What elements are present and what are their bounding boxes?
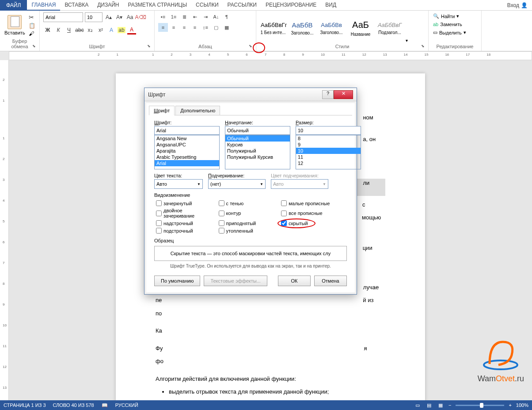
default-button[interactable]: По умолчанию	[154, 276, 200, 286]
paste-button[interactable]: Вставить	[4, 14, 26, 36]
replace-button[interactable]: abЗаменить	[432, 21, 463, 28]
clipboard-launcher-icon[interactable]: ⬊	[32, 44, 38, 49]
justify-button[interactable]: ≡	[190, 23, 200, 32]
sort-button[interactable]: A↓	[211, 12, 221, 21]
copy-icon[interactable]: 📋	[29, 23, 35, 29]
underline-button[interactable]: Ч	[65, 26, 73, 34]
font-list-item[interactable]: Arabic Typesetting	[155, 154, 219, 160]
check-sunken[interactable]: утопленный	[219, 228, 277, 234]
style-list-item[interactable]: Обычный	[225, 135, 290, 142]
size-list-item[interactable]: 8	[296, 135, 361, 142]
line-spacing-button[interactable]: ↕≡	[201, 23, 210, 32]
highlight-button[interactable]: ab	[118, 27, 125, 33]
font-color-button[interactable]: A	[127, 26, 136, 34]
change-case-button[interactable]: Aa	[125, 13, 134, 22]
borders-button[interactable]: ▦	[222, 23, 232, 32]
check-dstrike[interactable]: двойное зачеркивание	[156, 208, 214, 218]
paragraph-launcher-icon[interactable]: ⬊	[249, 44, 254, 49]
spellcheck-icon[interactable]: 📖	[101, 402, 108, 409]
style-list-item[interactable]: Курсив	[225, 142, 290, 148]
decrease-indent-button[interactable]: ⇤	[190, 12, 200, 21]
tab-design[interactable]: ДИЗАЙН	[93, 0, 123, 11]
tab-layout[interactable]: РАЗМЕТКА СТРАНИЦЫ	[124, 0, 192, 11]
dialog-tab-font[interactable]: Шрифт	[149, 106, 175, 115]
check-hidden[interactable]: скрытый	[281, 220, 345, 226]
check-outline[interactable]: контур	[219, 208, 277, 218]
tab-review[interactable]: РЕЦЕНЗИРОВАНИЕ	[261, 0, 321, 11]
align-center-button[interactable]: ≡	[169, 23, 179, 32]
grow-font-button[interactable]: A▴	[104, 13, 113, 22]
size-list-item[interactable]: 10	[296, 148, 361, 154]
style-list-item[interactable]: Полужирный Курсив	[225, 154, 290, 160]
size-list-item[interactable]: 12	[296, 160, 361, 166]
style-normal[interactable]: АаБбВвГг1 Без инте...	[260, 21, 286, 35]
show-marks-button[interactable]: ¶	[222, 12, 232, 21]
size-list-item[interactable]: 11	[296, 154, 361, 160]
dialog-close-button[interactable]: ✕	[334, 90, 353, 99]
check-shadow[interactable]: с тенью	[219, 200, 277, 206]
styles-launcher-icon[interactable]: ⬊	[421, 44, 426, 49]
font-color-combo[interactable]: Авто▼	[154, 179, 203, 189]
cut-icon[interactable]: ✂	[29, 14, 35, 21]
check-superscript[interactable]: надстрочный	[156, 220, 214, 226]
file-tab[interactable]: ФАЙЛ	[0, 0, 27, 11]
find-button[interactable]: 🔍Найти ▾	[432, 12, 460, 20]
status-language[interactable]: РУССКИЙ	[115, 402, 138, 408]
font-launcher-icon[interactable]: ⬊	[147, 44, 152, 49]
shading-button[interactable]: ▢	[211, 23, 221, 32]
dialog-titlebar[interactable]: Шрифт ? ✕	[144, 88, 357, 101]
text-effects-button[interactable]: A	[107, 26, 116, 34]
tab-home[interactable]: ГЛАВНАЯ	[27, 0, 60, 11]
font-name-input[interactable]	[154, 126, 220, 135]
check-strike[interactable]: зачеркнутый	[156, 200, 214, 206]
read-mode-icon[interactable]: ▭	[414, 402, 421, 409]
print-layout-icon[interactable]: ▤	[426, 402, 433, 409]
tab-view[interactable]: ВИД	[321, 0, 341, 11]
numbering-button[interactable]: 1≡	[169, 12, 179, 21]
zoom-in-button[interactable]: +	[509, 402, 511, 408]
increase-indent-button[interactable]: ⇥	[201, 12, 210, 21]
format-painter-icon[interactable]: 🖌	[29, 31, 35, 37]
font-size-select[interactable]	[85, 12, 103, 22]
dialog-tab-advanced[interactable]: Дополнительно	[175, 106, 220, 115]
login-link[interactable]: Вход 👤	[503, 0, 532, 10]
vertical-ruler[interactable]: 211234567891011121314151617	[0, 60, 9, 401]
italic-button[interactable]: К	[54, 26, 63, 34]
style-heading2[interactable]: АаБбВвЗаголово...	[318, 21, 345, 35]
status-words[interactable]: СЛОВО 40 ИЗ 578	[53, 402, 94, 408]
horizontal-ruler[interactable]: 21123456789101112131415161718	[0, 51, 532, 60]
tab-mailings[interactable]: РАССЫЛКИ	[223, 0, 261, 11]
size-list-item[interactable]: 9	[296, 142, 361, 148]
style-heading1[interactable]: АаБбВЗаголово...	[289, 20, 315, 35]
multilevel-button[interactable]: ≣	[179, 12, 189, 21]
dialog-help-button[interactable]: ?	[322, 90, 334, 99]
font-list-item[interactable]: Angsana New	[155, 135, 219, 142]
styles-more-button[interactable]: ▾	[406, 38, 408, 43]
cancel-button[interactable]: Отмена	[314, 276, 347, 286]
font-size-input[interactable]	[296, 126, 361, 135]
status-page[interactable]: СТРАНИЦА 1 ИЗ 3	[4, 402, 46, 408]
style-subtitle[interactable]: АаБбВвГПодзагол...	[376, 21, 403, 35]
align-left-button[interactable]: ≡	[158, 23, 168, 32]
tab-references[interactable]: ССЫЛКИ	[191, 0, 223, 11]
style-title[interactable]: АаБНазвание	[347, 19, 374, 37]
font-list-item[interactable]: Aparajita	[155, 148, 219, 154]
bold-button[interactable]: Ж	[43, 26, 52, 34]
style-list[interactable]: Обычный Курсив Полужирный Полужирный Кур…	[225, 135, 290, 169]
subscript-button[interactable]: x₂	[86, 26, 95, 34]
zoom-out-button[interactable]: −	[448, 402, 451, 408]
superscript-button[interactable]: x²	[96, 26, 105, 34]
check-raised[interactable]: приподнятый	[219, 220, 277, 226]
zoom-slider[interactable]	[456, 405, 504, 406]
ok-button[interactable]: ОК	[278, 276, 311, 286]
font-style-input[interactable]	[225, 126, 290, 135]
shrink-font-button[interactable]: A▾	[115, 13, 124, 22]
font-list-item[interactable]: Arial	[155, 160, 219, 166]
check-allcaps[interactable]: все прописные	[281, 208, 345, 218]
tab-insert[interactable]: ВСТАВКА	[60, 0, 93, 11]
underline-combo[interactable]: (нет)▼	[208, 179, 266, 189]
font-list[interactable]: Angsana New AngsanaUPC Aparajita Arabic …	[154, 135, 220, 169]
align-right-button[interactable]: ≡	[179, 23, 189, 32]
font-name-select[interactable]	[43, 12, 83, 22]
check-subscript[interactable]: подстрочный	[156, 228, 214, 234]
